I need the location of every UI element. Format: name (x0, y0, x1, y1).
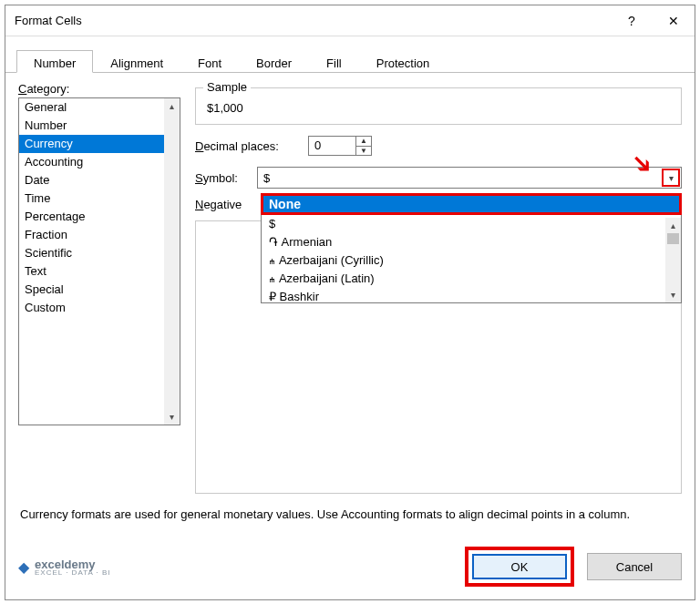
dd-item-az-lat[interactable]: ₼ Azerbaijani (Latin) (262, 270, 681, 288)
spinner-up-icon[interactable]: ▲ (356, 137, 371, 147)
cancel-button[interactable]: Cancel (587, 553, 682, 580)
dd-item-dollar[interactable]: $ (262, 215, 681, 233)
cat-time[interactable]: Time (19, 189, 180, 208)
cat-percentage[interactable]: Percentage (19, 208, 180, 226)
tab-font[interactable]: Font (180, 50, 239, 73)
watermark: ◆ exceldemy EXCEL · DATA · BI (18, 558, 452, 577)
brand-icon: ◆ (18, 558, 29, 576)
tab-fill[interactable]: Fill (309, 50, 359, 73)
decimal-value[interactable]: 0 (309, 137, 355, 155)
symbol-dropdown[interactable]: $ ▾ (257, 167, 682, 189)
cat-date[interactable]: Date (19, 171, 180, 189)
symbol-value: $ (258, 171, 662, 185)
category-label: Category: (18, 82, 180, 96)
format-cells-dialog: Format Cells ? ✕ Number Alignment Font B… (5, 5, 695, 600)
cat-custom[interactable]: Custom (19, 299, 180, 317)
tab-alignment[interactable]: Alignment (93, 50, 180, 73)
negative-label: Negative (195, 194, 261, 211)
ok-highlight: OK (465, 547, 574, 587)
negative-row: Negative None $ ֏ Armenian ₼ Azerbaijani… (195, 194, 682, 211)
sample-label: Sample (203, 80, 251, 94)
close-button[interactable]: ✕ (653, 5, 695, 36)
chevron-down-icon[interactable]: ▾ (662, 169, 680, 187)
tab-strip: Number Alignment Font Border Fill Protec… (5, 36, 695, 73)
cat-number[interactable]: Number (19, 117, 180, 135)
dialog-title: Format Cells (15, 14, 82, 27)
dd-item-az-cyr[interactable]: ₼ Azerbaijani (Cyrillic) (262, 251, 681, 270)
cat-accounting[interactable]: Accounting (19, 153, 180, 171)
sample-group: Sample $1,000 (195, 87, 682, 125)
dd-item-armenian[interactable]: ֏ Armenian (262, 233, 681, 251)
titlebar: Format Cells ? ✕ (5, 5, 695, 36)
cat-fraction[interactable]: Fraction (19, 226, 180, 244)
symbol-label: Symbol: (195, 171, 250, 185)
dd-scroll-down-icon[interactable]: ▾ (665, 287, 681, 302)
symbol-row: Symbol: $ ▾ ➔ (195, 167, 682, 189)
tab-number[interactable]: Number (16, 50, 93, 73)
brand-sub: EXCEL · DATA · BI (35, 568, 111, 577)
dropdown-scrollbar[interactable]: ▴ ▾ (665, 218, 681, 302)
category-scrollbar[interactable]: ▴ ▾ (164, 98, 180, 425)
scroll-down-icon[interactable]: ▾ (164, 409, 180, 425)
cat-text[interactable]: Text (19, 262, 180, 281)
dialog-body: Category: General Number Currency Accoun… (5, 73, 695, 541)
scroll-up-icon[interactable]: ▴ (164, 98, 180, 114)
dd-item-bashkir[interactable]: ₽ Bashkir (262, 288, 681, 306)
cat-scientific[interactable]: Scientific (19, 244, 180, 262)
scrollbar-thumb[interactable] (667, 233, 679, 244)
cat-general[interactable]: General (19, 98, 180, 117)
help-button[interactable]: ? (611, 5, 653, 36)
dd-scroll-up-icon[interactable]: ▴ (665, 218, 681, 233)
ok-button[interactable]: OK (472, 554, 567, 579)
sample-value: $1,000 (207, 97, 670, 115)
decimal-label: Decimal places: (195, 139, 301, 153)
decimal-row: Decimal places: 0 ▲ ▼ (195, 136, 682, 156)
cat-currency[interactable]: Currency (19, 135, 180, 153)
decimal-spinner[interactable]: 0 ▲ ▼ (308, 136, 372, 156)
symbol-dropdown-list[interactable]: None $ ֏ Armenian ₼ Azerbaijani (Cyrilli… (261, 194, 682, 303)
dialog-footer: ◆ exceldemy EXCEL · DATA · BI OK Cancel (5, 541, 695, 599)
dd-item-none[interactable]: None (261, 193, 682, 215)
spinner-down-icon[interactable]: ▼ (356, 147, 371, 156)
category-listbox[interactable]: General Number Currency Accounting Date … (18, 97, 180, 425)
description-text: Currency formats are used for general mo… (20, 507, 676, 523)
tab-border[interactable]: Border (239, 50, 309, 73)
cat-special[interactable]: Special (19, 281, 180, 299)
tab-protection[interactable]: Protection (359, 50, 448, 73)
